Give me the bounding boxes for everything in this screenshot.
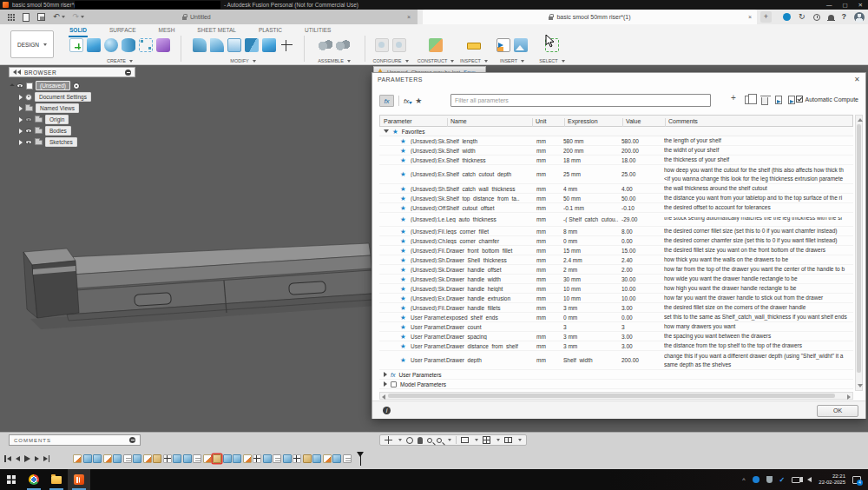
unit-cell[interactable]: mm xyxy=(531,343,563,349)
value-cell[interactable]: -29.00 xyxy=(621,216,664,222)
name-cell[interactable]: Drawer_spacing xyxy=(446,334,531,340)
timeline-feature-sketch-icon[interactable] xyxy=(73,454,82,463)
favorite-star-icon[interactable]: ★ xyxy=(400,314,411,321)
expression-cell[interactable]: 200 mm xyxy=(563,148,621,154)
checkbox-checked-icon[interactable] xyxy=(796,96,803,103)
timeline-feature-doc-icon[interactable] xyxy=(343,454,352,463)
parameter-row[interactable]: ★(Unsaved):Fil..Drawer_handle_filletsmm3… xyxy=(379,303,853,313)
pan-icon[interactable] xyxy=(385,436,392,444)
history-clock-icon[interactable] xyxy=(813,14,820,21)
user-avatar[interactable] xyxy=(854,12,865,23)
parameter-cell[interactable]: (Unsaved):Sk.. xyxy=(411,276,446,282)
timeline-feature-move-icon[interactable] xyxy=(163,454,172,463)
configure-group-label[interactable]: CONFIGURE xyxy=(373,58,402,63)
value-cell[interactable]: 30.00 xyxy=(621,276,664,282)
user-parameters-group[interactable]: fx User Parameters xyxy=(379,370,853,380)
comment-cell[interactable]: how thick you want the walls on the draw… xyxy=(664,255,853,264)
expression-cell[interactable]: 3 mm xyxy=(563,334,621,340)
timeline-feature-blue-icon[interactable] xyxy=(133,454,141,463)
parameter-row[interactable]: ★(Unsaved):Sk..Drawer_handle_heightmm10 … xyxy=(379,284,853,294)
comment-cell[interactable]: how far from the top of the drawer you w… xyxy=(664,265,853,274)
timeline-feature-blue-icon[interactable] xyxy=(173,454,181,463)
comment-cell[interactable]: the length of your shelf xyxy=(664,136,853,145)
unit-cell[interactable]: mm xyxy=(531,195,563,202)
value-cell[interactable]: 2.00 xyxy=(621,267,664,273)
tab-untitled[interactable]: Untitled xyxy=(182,10,211,24)
value-cell[interactable]: 3 xyxy=(621,324,664,330)
expression-cell[interactable]: 15 mm xyxy=(563,248,621,254)
timeline-go-to-end-button[interactable] xyxy=(43,455,50,462)
tray-app-icon[interactable] xyxy=(753,476,760,483)
parameter-row[interactable]: ★(Unsaved):Sk..Shelf_top_distance_from_t… xyxy=(379,194,853,203)
expression-cell[interactable]: -0.1 mm xyxy=(563,205,621,211)
delete-parameter-icon[interactable] xyxy=(761,97,768,105)
expression-cell[interactable]: 8 mm xyxy=(563,228,621,235)
favorite-star-icon[interactable]: ★ xyxy=(400,137,411,145)
export-parameters-icon[interactable] xyxy=(788,96,795,104)
column-value[interactable]: Value xyxy=(626,118,641,124)
close-tab-active[interactable]: × xyxy=(748,14,752,20)
model-viewport-canvas[interactable] xyxy=(13,236,379,358)
visibility-eye-icon[interactable] xyxy=(25,117,32,122)
expand-group-icon[interactable] xyxy=(384,381,387,387)
value-cell[interactable]: 3.00 xyxy=(621,305,664,311)
unit-cell[interactable]: mm xyxy=(531,286,563,292)
chevron-down-icon[interactable] xyxy=(398,439,402,441)
parameter-cell[interactable]: (Unsaved):Sk.. xyxy=(411,148,446,154)
split-body-icon[interactable] xyxy=(262,38,276,52)
display-settings-icon[interactable] xyxy=(461,437,469,443)
parameter-row[interactable]: ★(Unsaved):Sk..Shelf_lengthmm580 mm580.0… xyxy=(379,136,853,146)
value-cell[interactable]: 2.40 xyxy=(621,257,664,263)
parameter-cell[interactable]: User Paramet.. xyxy=(411,334,446,340)
favorites-group-header[interactable]: ★ Favorites xyxy=(379,127,853,136)
shell-icon[interactable] xyxy=(227,38,241,52)
name-cell[interactable]: Drawer_Shell_thickness xyxy=(446,257,531,263)
taskbar-chrome[interactable] xyxy=(23,469,45,490)
table-header[interactable]: Parameter Name Unit Expression Value Com… xyxy=(379,115,853,127)
timeline-feature-blue-icon[interactable] xyxy=(263,454,272,463)
create-group-label[interactable]: CREATE xyxy=(107,58,126,63)
tab-active-document[interactable]: basic smool 50mm riser*(1) xyxy=(423,10,757,24)
timeline-feature-blue-icon[interactable] xyxy=(283,454,292,463)
app-grid-icon[interactable] xyxy=(8,14,15,21)
chevron-down-icon[interactable] xyxy=(475,439,478,441)
configuration-table-icon[interactable] xyxy=(392,38,406,52)
comments-options-icon[interactable] xyxy=(129,437,135,443)
inspect-group-label[interactable]: INSPECT xyxy=(460,58,481,63)
notification-center-icon[interactable]: 4 xyxy=(852,476,861,484)
value-cell[interactable]: 3.00 xyxy=(621,334,664,340)
favorites-filter-button[interactable]: ★ xyxy=(415,96,422,105)
parameter-row[interactable]: ★(Unsaved):Fil..Drawer_front_bottom_fill… xyxy=(379,246,853,255)
timeline-position-marker[interactable] xyxy=(357,452,365,466)
parameter-row[interactable]: ★(Unsaved):Sk..Drawer_handle_widthmm30 m… xyxy=(379,275,853,284)
expression-cell[interactable]: 4 mm xyxy=(563,186,621,192)
parameter-row[interactable]: ★User Paramet..Drawer_depthmmShelf_width… xyxy=(379,351,853,370)
parameter-cell[interactable]: User Paramet.. xyxy=(411,324,446,330)
scrollbar-thumb[interactable] xyxy=(388,394,835,398)
parameter-row[interactable]: ★(Unsaved):Sh..Drawer_Shell_thicknessmm2… xyxy=(379,255,853,265)
column-expression[interactable]: Expression xyxy=(568,118,598,124)
status-check-icon[interactable]: ✓ xyxy=(779,476,786,484)
parameter-row[interactable]: ★(Unsaved):Le..Leg_auto_thicknessmm-( Sh… xyxy=(379,213,853,227)
expand-arrow-icon[interactable] xyxy=(19,140,23,145)
timeline-play-button[interactable] xyxy=(24,455,30,462)
chevron-down-icon[interactable] xyxy=(448,439,451,441)
new-component-icon[interactable] xyxy=(336,38,350,52)
workspace-selector[interactable]: DESIGN xyxy=(10,30,54,58)
undo-button[interactable]: ↶ xyxy=(53,13,60,21)
favorite-star-icon[interactable]: ★ xyxy=(400,156,411,164)
parameter-row[interactable]: ★(Unsaved):Sk..Drawer_handle_offsetmm2 m… xyxy=(379,265,853,275)
timeline-feature-blue-icon[interactable] xyxy=(223,454,232,463)
timeline-feature-blue-icon[interactable] xyxy=(83,454,92,463)
undo-dropdown-caret[interactable] xyxy=(62,16,65,18)
unit-cell[interactable]: mm xyxy=(531,205,563,211)
parameter-cell[interactable]: (Unsaved):Sh.. xyxy=(411,257,446,263)
start-button[interactable] xyxy=(0,469,23,490)
timeline-feature-tan-icon[interactable] xyxy=(303,454,312,463)
unit-cell[interactable]: mm xyxy=(531,157,563,163)
value-cell[interactable]: 0.00 xyxy=(621,238,664,244)
measure-icon[interactable] xyxy=(467,43,481,50)
create-sketch-icon[interactable] xyxy=(69,38,83,52)
automatic-compute-toggle[interactable]: Automatic Compute xyxy=(796,96,858,103)
clock[interactable]: 22:21 22-02-2025 xyxy=(819,473,845,486)
